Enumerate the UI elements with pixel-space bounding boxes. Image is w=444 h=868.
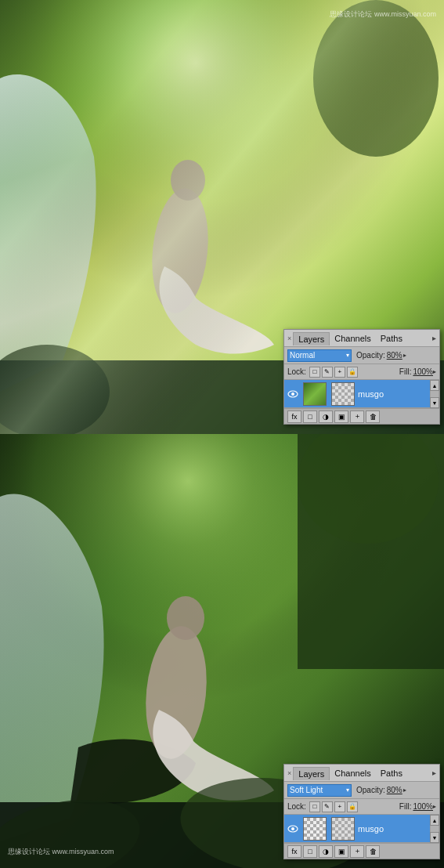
main-container: 思缘设计论坛 www.missyuan.com 思缘设计论坛 www.missy… bbox=[0, 0, 444, 868]
tab-close-bottom[interactable]: × bbox=[287, 769, 291, 777]
delete-icon-top[interactable]: 🗑 bbox=[366, 410, 380, 423]
lock-label-top: Lock: bbox=[287, 367, 306, 376]
opacity-label-bottom: Opacity: bbox=[356, 786, 385, 794]
lock-label-bottom: Lock: bbox=[287, 802, 306, 811]
panel-menu-arrow-top[interactable]: ▸ bbox=[432, 334, 436, 342]
fill-value-top[interactable]: 100% bbox=[413, 367, 433, 376]
blend-mode-top[interactable]: Normal ▾ bbox=[287, 349, 352, 362]
delete-icon-bottom[interactable]: 🗑 bbox=[366, 845, 380, 858]
opacity-arrow-bottom[interactable]: ▸ bbox=[403, 787, 406, 794]
panel-tabs-bottom: × Layers Channels Paths ▸ bbox=[284, 765, 439, 782]
fill-arrow-bottom[interactable]: ▸ bbox=[433, 803, 436, 810]
new-icon-bottom[interactable]: ＋ bbox=[350, 845, 364, 858]
watermark-top: 思缘设计论坛 www.missyuan.com bbox=[330, 9, 436, 20]
opacity-label-top: Opacity: bbox=[356, 351, 385, 360]
scroll-track-bottom bbox=[431, 826, 439, 832]
blend-mode-bottom[interactable]: Soft Light ▾ bbox=[287, 784, 352, 797]
lock-transparent-top[interactable]: □ bbox=[309, 367, 320, 378]
scroll-down-top[interactable]: ▼ bbox=[430, 397, 439, 408]
lock-all-bottom[interactable]: 🔒 bbox=[347, 801, 358, 812]
blend-mode-arrow-top: ▾ bbox=[346, 352, 349, 359]
lock-image-top[interactable]: ✎ bbox=[322, 367, 333, 378]
lock-all-top[interactable]: 🔒 bbox=[347, 367, 358, 378]
blend-opacity-row-bottom: Soft Light ▾ Opacity: 80% ▸ bbox=[284, 782, 439, 799]
panel-bottom-icons-top: fx □ ◑ ▣ ＋ 🗑 bbox=[284, 408, 439, 424]
eye-icon-top[interactable] bbox=[286, 387, 300, 401]
opacity-value-bottom[interactable]: 80% bbox=[387, 786, 402, 794]
scroll-up-bottom[interactable]: ▲ bbox=[430, 815, 439, 826]
lock-row-top: Lock: □ ✎ + 🔒 Fill: 100% ▸ bbox=[284, 364, 439, 380]
svg-point-3 bbox=[291, 827, 294, 830]
tab-layers-bottom[interactable]: Layers bbox=[293, 767, 330, 780]
ps-panel-top: × Layers Channels Paths ▸ Normal ▾ Opaci… bbox=[283, 329, 440, 425]
tab-channels-bottom[interactable]: Channels bbox=[330, 767, 375, 779]
group-icon-bottom[interactable]: ▣ bbox=[334, 845, 348, 858]
watermark-bottom: 思缘设计论坛 www.missyuan.com bbox=[8, 847, 114, 857]
lock-row-bottom: Lock: □ ✎ + 🔒 Fill: 100% ▸ bbox=[284, 799, 439, 815]
lock-image-bottom[interactable]: ✎ bbox=[322, 801, 333, 812]
scroll-down-bottom[interactable]: ▼ bbox=[430, 832, 439, 843]
layer-thumb-top bbox=[303, 382, 327, 406]
tab-paths-bottom[interactable]: Paths bbox=[376, 767, 407, 779]
mask-icon-bottom[interactable]: □ bbox=[303, 845, 317, 858]
blend-opacity-row-top: Normal ▾ Opacity: 80% ▸ bbox=[284, 347, 439, 364]
tab-close-top[interactable]: × bbox=[287, 335, 291, 342]
tab-layers-top[interactable]: Layers bbox=[293, 332, 330, 345]
scrollbar-bottom[interactable]: ▲ ▼ bbox=[430, 815, 439, 843]
panel-bottom-icons-bottom: fx □ ◑ ▣ ＋ 🗑 bbox=[284, 843, 439, 859]
layer-mask-top bbox=[331, 382, 355, 406]
svg-point-1 bbox=[291, 392, 294, 396]
panel-tabs-top: × Layers Channels Paths ▸ bbox=[284, 330, 439, 347]
scrollbar-top[interactable]: ▲ ▼ bbox=[430, 380, 439, 408]
layer-name-top: musgo bbox=[358, 389, 428, 399]
tab-paths-top[interactable]: Paths bbox=[376, 332, 407, 345]
fx-icon-bottom[interactable]: fx bbox=[287, 845, 301, 858]
fx-icon-top[interactable]: fx bbox=[287, 410, 301, 423]
layer-thumb-bottom bbox=[303, 817, 327, 841]
panel-menu-arrow-bottom[interactable]: ▸ bbox=[432, 769, 436, 777]
eye-icon-bottom[interactable] bbox=[286, 822, 300, 836]
layer-mask-bottom bbox=[331, 817, 355, 841]
adj-icon-top[interactable]: ◑ bbox=[319, 410, 333, 423]
layer-row-top[interactable]: musgo bbox=[284, 380, 430, 408]
opacity-value-top[interactable]: 80% bbox=[387, 351, 402, 360]
group-icon-top[interactable]: ▣ bbox=[334, 410, 348, 423]
lock-transparent-bottom[interactable]: □ bbox=[309, 801, 320, 812]
blend-mode-arrow-bottom: ▾ bbox=[346, 787, 349, 794]
adj-icon-bottom[interactable]: ◑ bbox=[319, 845, 333, 858]
layer-name-bottom: musgo bbox=[358, 824, 428, 834]
layer-row-bottom[interactable]: musgo bbox=[284, 815, 430, 843]
mask-icon-top[interactable]: □ bbox=[303, 410, 317, 423]
fill-label-top: Fill: bbox=[399, 367, 412, 376]
ps-panel-bottom: × Layers Channels Paths ▸ Soft Light ▾ O… bbox=[283, 764, 440, 859]
fill-value-bottom[interactable]: 100% bbox=[413, 802, 433, 811]
lock-position-bottom[interactable]: + bbox=[334, 801, 345, 812]
new-icon-top[interactable]: ＋ bbox=[350, 410, 364, 423]
opacity-arrow-top[interactable]: ▸ bbox=[403, 352, 406, 359]
fill-label-bottom: Fill: bbox=[399, 802, 412, 811]
lock-position-top[interactable]: + bbox=[334, 367, 345, 378]
scroll-track-top bbox=[431, 391, 439, 397]
tab-channels-top[interactable]: Channels bbox=[330, 332, 375, 345]
scroll-up-top[interactable]: ▲ bbox=[430, 380, 439, 391]
fill-arrow-top[interactable]: ▸ bbox=[433, 368, 436, 375]
